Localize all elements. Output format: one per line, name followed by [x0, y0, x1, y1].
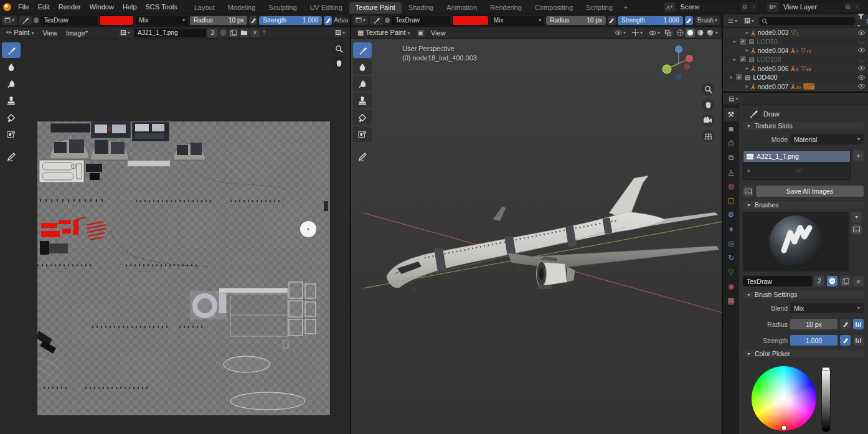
add-texture-slot-button[interactable]: + [853, 150, 864, 161]
hide-toggle-eye-icon[interactable] [857, 83, 866, 89]
tool-smear[interactable] [2, 76, 21, 92]
radius-unified-icon[interactable] [853, 319, 864, 329]
collection-checkbox[interactable]: ✓ [739, 55, 747, 63]
tab-layout[interactable]: Layout [188, 2, 221, 14]
toggle-grid-icon[interactable] [702, 130, 714, 142]
view-layer-unlink-icon[interactable]: × [852, 2, 861, 12]
strength-unified-icon[interactable] [853, 335, 864, 346]
tool-draw[interactable] [353, 42, 372, 58]
value-slider[interactable] [821, 366, 831, 432]
display-mode-dropdown[interactable]: 🖽▾ [742, 17, 757, 26]
tab-object[interactable]: ▢ [724, 194, 738, 207]
hide-toggle-eye-icon[interactable] [857, 47, 866, 53]
image-users-count[interactable]: 3 [207, 29, 217, 37]
unlink-brush-icon[interactable]: × [853, 276, 864, 286]
panel-brushes[interactable]: ▼Brushes [743, 201, 864, 209]
gizmos-dropdown[interactable]: ▾ [630, 29, 645, 37]
filter-icon[interactable]: ▾ [857, 14, 864, 29]
strength-pressure-icon[interactable] [840, 335, 851, 346]
fake-user-shield-icon[interactable] [219, 29, 228, 37]
list-expand-icon[interactable]: ► [747, 168, 752, 174]
tab-animation[interactable]: Animation [440, 2, 483, 14]
hide-toggle-eye-icon[interactable] [857, 30, 866, 35]
tool-clone[interactable] [2, 93, 21, 108]
tab-scene[interactable]: ◬ [724, 165, 738, 179]
display-channels-dropdown[interactable]: 🖼▾ [333, 29, 347, 37]
object-icon[interactable]: ▣ [415, 29, 426, 37]
tool-fill[interactable] [2, 110, 21, 125]
add-workspace-button[interactable]: + [620, 2, 632, 14]
hide-toggle-eye-icon[interactable] [857, 75, 866, 80]
pan-hand-icon[interactable] [333, 57, 345, 69]
radius-slider[interactable]: 10 px [790, 319, 837, 329]
save-all-images-button[interactable]: Save All Images [756, 186, 864, 197]
zoom-icon[interactable] [702, 83, 714, 95]
tab-particles[interactable]: ∗ [724, 222, 738, 236]
radius-pressure-icon[interactable] [840, 319, 851, 329]
tab-modeling[interactable]: Modeling [222, 2, 262, 14]
brush-users-count[interactable]: 2 [814, 276, 824, 286]
tool-annotate[interactable] [2, 149, 21, 164]
tool-mask[interactable] [2, 126, 21, 142]
brush-name-field[interactable]: TexDraw [392, 16, 450, 25]
scene-unlink-icon[interactable]: × [750, 2, 758, 12]
shading-rendered[interactable] [705, 29, 715, 37]
strength-pressure-icon[interactable] [685, 16, 693, 25]
tab-texture[interactable]: ▦ [724, 294, 738, 308]
shading-material[interactable] [696, 29, 705, 37]
tab-texture-paint[interactable]: Texture Paint [349, 2, 402, 14]
brush-preview-dot[interactable] [385, 17, 390, 23]
view-menu[interactable]: View [427, 29, 450, 37]
image-menu[interactable]: Image* [62, 29, 92, 37]
collection-checkbox[interactable]: ✓ [739, 38, 747, 45]
image-browse-icon[interactable]: 🖼▾ [118, 29, 133, 37]
tab-modifiers[interactable]: ⚙ [724, 208, 738, 222]
menu-edit[interactable]: Edit [34, 0, 54, 14]
tool-soften[interactable] [2, 59, 21, 75]
strength-slider[interactable]: Strength1.000 [259, 16, 322, 25]
outliner-row-node0004[interactable]: ►Y node0.004 Y7 ▽74 [723, 46, 868, 55]
xray-toggle[interactable] [664, 29, 673, 37]
tool-soften[interactable] [353, 59, 372, 75]
radius-slider[interactable]: Radius10 px [190, 16, 248, 25]
menu-file[interactable]: File [14, 0, 34, 14]
outliner-row-node0007[interactable]: ►Y node0.007 Y20 ▽98 [723, 82, 868, 90]
open-image-icon[interactable] [240, 29, 249, 37]
image-name-field[interactable]: A321_1_T.png [134, 29, 206, 37]
pin-icon[interactable] [261, 29, 267, 37]
view-layer-copy-icon[interactable]: ⧉ [843, 2, 852, 12]
pan-hand-icon[interactable] [702, 98, 714, 111]
brush-preview-dot[interactable] [34, 17, 39, 23]
menu-help[interactable]: Help [118, 0, 141, 14]
brush-datablock-icon[interactable] [19, 16, 32, 25]
list-grip-icon[interactable]: ∷∷ [796, 168, 802, 174]
blend-mode-dropdown[interactable]: Mix▾ [491, 16, 544, 25]
overlays-dropdown[interactable]: ▾ [646, 29, 663, 37]
hsv-color-wheel[interactable] [752, 366, 816, 431]
paint-mode-dropdown[interactable]: ✏ Paint ▾ [2, 29, 37, 37]
tab-view-layer[interactable]: ⧉ [724, 151, 738, 164]
unlink-image-icon[interactable]: × [250, 29, 260, 37]
brush-color-swatch[interactable] [452, 16, 489, 26]
outliner-row-lod100[interactable]: ►✓▤ LOD100 [723, 55, 868, 64]
tool-draw[interactable] [2, 42, 21, 58]
blend-dropdown[interactable]: Mix▾ [790, 303, 864, 313]
brush-list-dropdown[interactable]: ▾ [851, 212, 862, 222]
brush-menu[interactable]: Brush▾ [695, 16, 720, 25]
panel-brush-settings[interactable]: ▼Brush Settings [743, 291, 864, 298]
tool-fill[interactable] [353, 110, 372, 125]
tab-scripting[interactable]: Scripting [580, 2, 619, 14]
panel-color-picker[interactable]: ▼Color Picker [743, 350, 864, 357]
hide-toggle-eye-icon[interactable] [857, 57, 866, 62]
tab-world[interactable]: ◍ [724, 179, 738, 193]
color-wheel-cursor[interactable] [781, 425, 787, 430]
duplicate-brush-icon[interactable] [840, 276, 851, 286]
tab-constraints[interactable]: ↻ [724, 251, 738, 265]
hide-toggle-eye-icon[interactable] [857, 39, 866, 44]
tool-smear[interactable] [353, 76, 372, 92]
texture-slot-item[interactable]: A321_1_T.png [743, 151, 850, 162]
new-image-icon[interactable] [229, 29, 238, 37]
menu-render[interactable]: Render [54, 0, 85, 14]
view-layer-icon[interactable]: ⧉ ▾ [767, 2, 778, 12]
tab-physics[interactable]: ◎ [724, 237, 738, 250]
